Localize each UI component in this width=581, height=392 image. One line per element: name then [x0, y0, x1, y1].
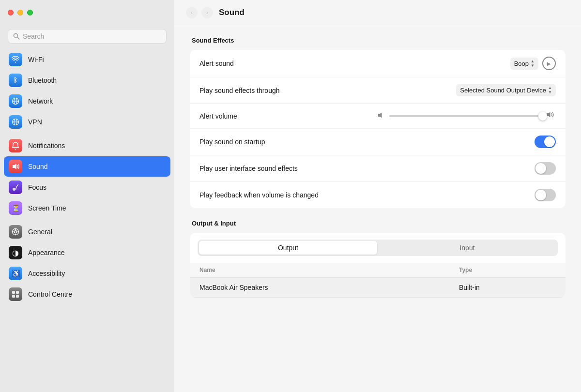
sidebar-item-wifi[interactable]: Wi-Fi: [4, 49, 170, 70]
wifi-icon: [9, 53, 22, 66]
alert-volume-label: Alert volume: [199, 112, 378, 120]
sound-effects-header: Sound Effects: [192, 37, 566, 44]
screentime-icon: ⏳: [9, 201, 22, 215]
startup-sound-toggle[interactable]: [535, 136, 556, 148]
sidebar-item-general[interactable]: General: [4, 222, 170, 242]
sidebar-item-bluetooth[interactable]: ᛒ Bluetooth: [4, 70, 170, 90]
sidebar-item-appearance[interactable]: ◑ Appearance: [4, 242, 170, 263]
sidebar-item-label-bluetooth: Bluetooth: [28, 76, 57, 84]
sidebar-item-label-general: General: [28, 228, 52, 236]
volume-high-icon: [546, 111, 556, 121]
sidebar-list: Wi-Fi ᛒ Bluetooth Network: [0, 49, 174, 392]
notifications-icon: [9, 139, 22, 152]
startup-sound-thumb: [544, 136, 555, 147]
volume-feedback-toggle[interactable]: [535, 189, 556, 201]
table-row[interactable]: MacBook Air Speakers Built-in: [190, 278, 566, 298]
alert-volume-fill: [389, 115, 512, 117]
svg-rect-17: [16, 291, 19, 294]
alert-volume-row: Alert volume: [190, 104, 566, 129]
alert-volume-track[interactable]: [389, 115, 542, 117]
col-type-header: Type: [459, 267, 556, 273]
sidebar-item-screentime[interactable]: ⏳ Screen Time: [4, 198, 170, 218]
svg-rect-16: [12, 291, 15, 294]
play-through-label: Play sound effects through: [199, 87, 456, 94]
network-icon: [9, 94, 22, 108]
ui-sounds-row: Play user interface sound effects: [190, 155, 566, 182]
search-bar[interactable]: Search: [8, 29, 167, 44]
traffic-light-fullscreen[interactable]: [27, 10, 33, 15]
forward-button[interactable]: ›: [201, 7, 213, 18]
sidebar-item-notifications[interactable]: Notifications: [4, 136, 170, 156]
forward-icon: ›: [206, 9, 208, 16]
play-through-value: Selected Sound Output Device: [460, 87, 546, 94]
ui-sounds-label: Play user interface sound effects: [199, 165, 535, 172]
sidebar: Search Wi-Fi ᛒ Bluetooth: [0, 0, 174, 392]
svg-point-10: [15, 231, 17, 233]
play-alert-button[interactable]: ▶: [542, 57, 556, 70]
traffic-light-minimize[interactable]: [17, 10, 23, 15]
sidebar-item-label-network: Network: [28, 97, 53, 105]
output-input-card: Output Input Name Type MacBook Air Speak…: [190, 233, 566, 298]
device-type: Built-in: [459, 284, 556, 291]
svg-marker-21: [547, 112, 550, 118]
alert-sound-control: Boop ▲ ▼ ▶: [510, 57, 556, 70]
sidebar-item-label-focus: Focus: [28, 183, 46, 191]
device-name: MacBook Air Speakers: [199, 284, 459, 291]
alert-volume-thumb[interactable]: [538, 112, 547, 121]
svg-rect-18: [12, 295, 15, 298]
sidebar-item-label-accessibility: Accessibility: [28, 270, 65, 277]
sidebar-item-controlcentre[interactable]: Control Centre: [4, 284, 170, 304]
alert-sound-dropdown[interactable]: Boop ▲ ▼: [510, 58, 538, 70]
sidebar-item-label-wifi: Wi-Fi: [28, 56, 44, 63]
focus-icon: [9, 181, 22, 194]
sidebar-item-vpn[interactable]: VPN: [4, 112, 170, 132]
play-through-arrows: ▲ ▼: [548, 86, 552, 94]
sidebar-item-label-vpn: VPN: [28, 118, 42, 126]
col-name-header: Name: [199, 267, 459, 273]
output-input-header: Output & Input: [192, 220, 566, 227]
svg-rect-19: [16, 295, 19, 298]
sound-icon: [9, 160, 22, 173]
sidebar-item-label-appearance: Appearance: [28, 249, 65, 256]
ui-sounds-thumb: [535, 163, 546, 174]
sidebar-item-focus[interactable]: Focus: [4, 177, 170, 197]
sidebar-item-label-controlcentre: Control Centre: [28, 290, 72, 298]
appearance-icon: ◑: [9, 246, 22, 259]
traffic-light-close[interactable]: [8, 10, 14, 15]
tab-input[interactable]: Input: [378, 241, 556, 255]
main-content: ‹ › Sound Sound Effects Alert sound Boop…: [174, 0, 581, 392]
sidebar-item-label-notifications: Notifications: [28, 142, 65, 150]
volume-low-icon: [378, 111, 385, 121]
alert-volume-slider-container: [378, 111, 556, 121]
general-icon: [9, 225, 22, 239]
play-icon: ▶: [547, 61, 551, 66]
volume-feedback-thumb: [535, 190, 546, 200]
play-through-row: Play sound effects through Selected Soun…: [190, 77, 566, 104]
play-through-control: Selected Sound Output Device ▲ ▼: [456, 84, 556, 96]
sidebar-item-label-sound: Sound: [28, 163, 47, 170]
sidebar-item-network[interactable]: Network: [4, 91, 170, 111]
startup-sound-row: Play sound on startup: [190, 129, 566, 155]
controlcentre-icon: [9, 287, 22, 301]
bluetooth-icon: ᛒ: [9, 74, 22, 87]
sidebar-item-accessibility[interactable]: ♿ Accessibility: [4, 263, 170, 284]
back-icon: ‹: [191, 9, 193, 16]
svg-marker-8: [13, 164, 16, 169]
svg-point-9: [13, 188, 15, 191]
back-button[interactable]: ‹: [186, 7, 198, 18]
play-through-dropdown[interactable]: Selected Sound Output Device ▲ ▼: [456, 84, 556, 96]
tab-output[interactable]: Output: [199, 241, 377, 255]
dropdown-arrows: ▲ ▼: [531, 60, 535, 68]
sound-effects-card: Alert sound Boop ▲ ▼ ▶ Play so: [190, 50, 566, 208]
alert-sound-value: Boop: [514, 60, 529, 67]
ui-sounds-toggle[interactable]: [535, 162, 556, 175]
accessibility-icon: ♿: [9, 267, 22, 280]
volume-feedback-row: Play feedback when volume is changed: [190, 182, 566, 208]
svg-line-1: [17, 37, 19, 39]
svg-marker-20: [378, 113, 382, 118]
sidebar-item-sound[interactable]: Sound: [4, 156, 170, 177]
search-placeholder: Search: [23, 32, 44, 40]
sidebar-item-label-screentime: Screen Time: [28, 204, 66, 212]
main-header: ‹ › Sound: [174, 0, 581, 25]
alert-sound-row: Alert sound Boop ▲ ▼ ▶: [190, 50, 566, 77]
